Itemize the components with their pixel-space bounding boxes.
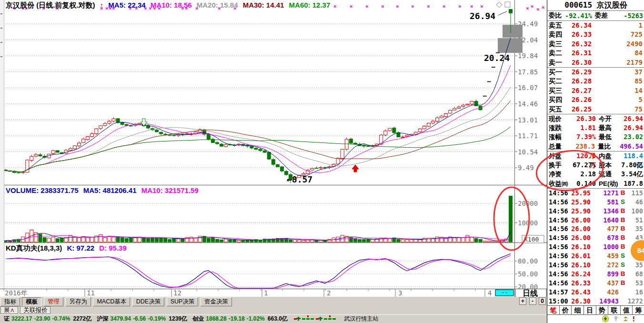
tick-row[interactable]: 14:56 26.00 477 B 35 [547,224,644,233]
x-axis-label[interactable]: 2 [327,289,331,297]
tick-row[interactable]: 15:00 26.30 14943 1272 [547,297,644,306]
bid-row[interactable]: 买二 26.28 85 [547,77,644,86]
tick-direction: B [619,216,627,225]
info-value: 238.3万 [571,142,595,151]
stock-code-title[interactable]: 000615 京汉股份 [547,0,644,11]
tab-dde[interactable]: DDE决策 [132,297,164,306]
diamond-icon[interactable] [496,2,502,8]
info-value: 67.27% [571,161,596,170]
panel-tab[interactable]: 细 [572,306,584,314]
tab-funds[interactable]: 资金决策 [201,297,232,306]
tick-price: 26.00 [568,233,591,242]
index-cy-label[interactable]: 创业 [192,315,204,322]
tick-row[interactable]: 14:56 26.24 899 B 68 [547,270,644,279]
x-axis-label[interactable]: 12 [173,289,181,297]
ask-row[interactable]: 卖一 26.30 2179 [547,58,644,67]
tick-row[interactable]: 14:56 25.95 1271 B 115 [547,189,644,198]
svg-text:17.85: 17.85 [518,68,538,76]
tick-row[interactable]: 14:56 26.00 678 B 43 [547,233,644,242]
bid-price: 26.26 [567,95,596,104]
zoom-in-button[interactable]: + [519,297,526,305]
zoom-out-button[interactable]: - [529,297,536,305]
panel-tab[interactable]: 价 [560,306,572,314]
scroll-top-icon[interactable] [603,316,609,322]
tick-row[interactable]: 14:56 26.33 437 B 53 [547,279,644,288]
tab-template[interactable]: 模板 [22,297,41,306]
bid-row[interactable]: 买四 26.26 5 [547,95,644,104]
tick-price: 26.01 [568,252,591,261]
index-sh-label[interactable]: 证 [4,315,10,322]
ask-row[interactable]: 卖五 26.34 1 [547,21,644,30]
signal-antenna-icon [614,317,618,322]
tab-manage[interactable]: 管理 [44,297,63,306]
panel-tab[interactable]: 笔 [547,306,560,314]
tick-count: 46 [627,198,643,207]
chart-title: 京汉股份 (日线.前复权.对数) [6,1,95,9]
x-axis-label[interactable]: 3 [398,289,402,297]
price-annotation: 26.94 [470,11,495,21]
tick-row[interactable]: 14:56 25.90 581 S 46 [547,198,644,207]
ask-quantity: 84 [596,49,643,58]
info-label: 总量 [549,142,571,151]
tick-row[interactable]: 14:56 26.10 272 S 35 [547,261,644,270]
tick-direction: B [619,233,627,242]
bid-row[interactable]: 买五 26.25 75 [547,105,644,114]
info-value: 26.30 [571,114,596,123]
panel-tab[interactable]: 值 [621,306,633,314]
ma5-value: MA5: 22.34 [108,1,145,9]
x-axis-label[interactable]: 1 [264,289,268,297]
info-row: 外盘 120.0万 内盘 118.4万 [547,151,644,161]
tick-price: 26.30 [568,297,591,306]
ma60-line [6,127,511,172]
zoom-reset-button[interactable]: 0 [539,297,546,305]
index-hs-label[interactable]: 沪深 [97,315,109,322]
panel-tab[interactable]: 日 [584,306,596,314]
info-label: 净资 [549,170,571,179]
ask-row[interactable]: 卖二 26.31 84 [547,49,644,58]
event-marker-icon: × [381,3,384,10]
weibi-label: 委比 [549,11,565,20]
x-axis-label[interactable]: 11 [87,289,95,297]
tab-indicator[interactable]: 指标 [0,297,20,306]
bid-row[interactable]: 买三 26.27 14 [547,86,644,95]
bid-quantity: 85 [596,77,643,86]
bid-row[interactable]: 买一 26.29 37 [547,68,644,77]
x-axis-label[interactable]: 2016年 [5,289,28,297]
panel-tab[interactable]: 联 [608,306,621,314]
restore-window-icon[interactable] [505,2,510,7]
tab-macd-basic[interactable]: MACD基本 [93,297,130,306]
info-row: 现价 26.30 今开 26.94 [547,114,644,123]
tick-volume: 14943 [591,297,619,306]
tab-save-as[interactable]: 另存为 [65,297,91,306]
tick-row[interactable]: 14:57 26.43 426 16 [547,288,644,297]
event-marker-icon: × [531,3,534,10]
svg-text:80.00: 80.00 [518,257,538,265]
tick-row[interactable]: 14:56 25.90 1346 B 100 [547,207,644,216]
panel-icon-row [547,315,644,322]
bid-quantity: 37 [596,68,643,77]
tab-sup[interactable]: SUP决策 [167,297,199,306]
svg-text:10000: 10000 [518,219,538,227]
ask-row[interactable]: 卖四 26.33 725 [547,30,644,39]
x-axis-label[interactable]: 4 [488,289,492,297]
panel-tab[interactable]: 势 [596,306,609,314]
k-line [6,254,511,288]
panel-tab[interactable]: 筹 [633,306,644,314]
index-hs-pct: -0.19% [148,315,166,322]
tick-volume: 477 [591,224,619,233]
period-label[interactable]: 日线 [523,289,538,297]
tick-time: 14:56 [549,189,568,198]
double-up-arrow-icon[interactable] [624,316,628,321]
tick-count: 53 [627,279,643,288]
ask-row[interactable]: 卖三 26.32 2490 [547,40,644,49]
left-resize-strip[interactable] [0,0,4,289]
linked-quotes-tab[interactable]: 关联报价 [20,306,50,314]
tick-row[interactable]: 14:56 26.00 1640 B 51 [547,216,644,225]
expand-tab[interactable]: 展∧ [0,306,18,314]
bid-price: 26.25 [567,105,596,114]
server-station-label[interactable]: 武汉行情主站 [344,315,379,322]
tick-direction: B [619,189,627,198]
tick-direction: B [619,224,627,233]
ask-level-label: 卖五 [549,21,567,30]
volume-value: VOLUME: 2383371.75 [6,186,79,194]
